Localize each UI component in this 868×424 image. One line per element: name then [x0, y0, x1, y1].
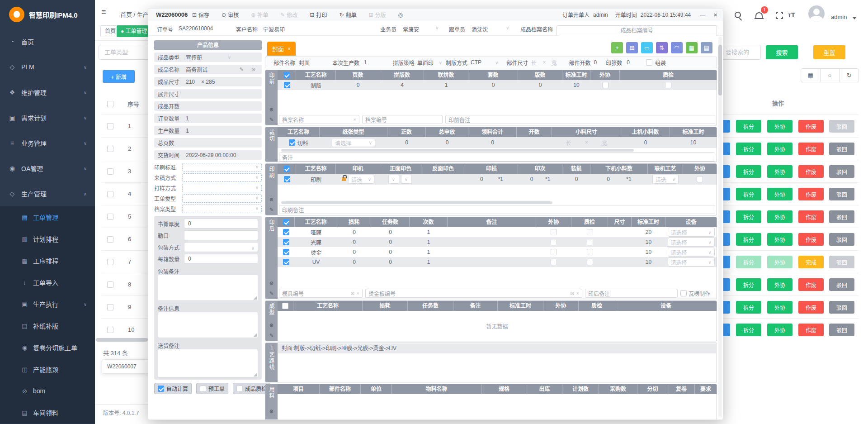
device-select[interactable]: 请选择∨	[668, 228, 715, 237]
sidebar-item[interactable]: ❖ 维护管理 ∨	[0, 80, 95, 105]
tab-work-order[interactable]: ● 工单管理	[117, 25, 148, 37]
void-or-complete-button[interactable]: 作废	[798, 324, 824, 336]
search-toggle-icon[interactable]: ○	[821, 69, 840, 82]
row-checkbox[interactable]	[107, 236, 113, 243]
outsource-button[interactable]: 外协	[767, 301, 793, 314]
edit-icon[interactable]: ✎	[240, 67, 244, 72]
outsource-button[interactable]: 外协	[767, 278, 793, 291]
sidebar-item[interactable]: ≡ 业务管理 ∨	[0, 130, 95, 156]
tab-close-icon[interactable]: ×	[288, 46, 291, 52]
sidebar-subitem[interactable]: ▣ 生产执行 ∨	[0, 293, 95, 315]
username[interactable]: admin	[831, 14, 847, 20]
hidden-button-fragment[interactable]	[723, 301, 730, 314]
void-or-complete-button[interactable]: 作废	[798, 188, 824, 200]
edit-icon[interactable]: ✎	[269, 117, 274, 123]
postpress-row[interactable]: 烫金 0 0 1 10 请选择∨	[278, 247, 717, 257]
toolbar-icon-button[interactable]: ▤	[701, 42, 712, 53]
search-icon[interactable]	[735, 12, 741, 18]
reject-button[interactable]: 驳回	[829, 324, 854, 336]
split-button[interactable]: 拆分	[736, 165, 761, 178]
modal-header-button[interactable]: ⊟ 打印	[310, 11, 327, 19]
postpress-note-input[interactable]: 印后备注	[585, 289, 678, 298]
modal-header-button[interactable]: ◎	[398, 12, 405, 18]
row-checkbox[interactable]	[107, 168, 113, 175]
row-checkbox[interactable]	[107, 146, 113, 152]
select-box[interactable]	[182, 184, 262, 192]
sidebar-item[interactable]: ◉ OA管理 ∨	[0, 156, 95, 181]
split-button[interactable]: 拆分	[736, 210, 761, 223]
select-all-checkbox[interactable]	[107, 101, 113, 107]
part-tab[interactable]: 封面 ×	[267, 42, 296, 56]
qc-checkbox[interactable]	[587, 239, 593, 245]
follower-select[interactable]: 潘沈沈	[472, 25, 488, 33]
paper-type-select[interactable]: 请选择∨	[332, 138, 375, 147]
row-checkbox[interactable]	[107, 281, 113, 288]
row-checkbox[interactable]	[283, 259, 289, 265]
plate-method-select[interactable]: CTP	[471, 59, 481, 66]
search-button[interactable]: 搜索	[766, 45, 798, 59]
toolbar-icon-button[interactable]: ▭	[641, 42, 653, 53]
edit-icon[interactable]: ✎	[269, 333, 274, 338]
collapse-menu-icon[interactable]: ≡	[101, 7, 106, 17]
row-checkbox[interactable]	[107, 259, 113, 265]
device-select[interactable]: 请选择∨	[668, 238, 715, 247]
row-checkbox[interactable]	[107, 123, 113, 129]
gear-icon[interactable]: ⚙	[269, 107, 274, 113]
reject-button[interactable]: 驳回	[829, 256, 854, 268]
toggle-button[interactable]: 自动计算	[154, 383, 192, 394]
product-info-row[interactable]: 订单数量 1	[154, 114, 262, 123]
row-checkbox[interactable]	[283, 229, 289, 235]
archive-name-input[interactable]: 档案名称×	[279, 115, 359, 124]
gear-icon[interactable]: ⚙	[269, 409, 274, 414]
outsource-button[interactable]: 外协	[767, 324, 793, 336]
route-text[interactable]: 封面:制版->切纸->印刷->哑膜->光膜->烫金->UV	[278, 343, 716, 353]
outsource-button[interactable]: 外协	[767, 210, 793, 223]
product-info-row[interactable]: 成品名称 商务测试 ✎ ⊙	[154, 65, 262, 74]
sidebar-subitem[interactable]: ▥ 计划排程	[0, 228, 95, 250]
assemble-checkbox[interactable]	[646, 59, 652, 66]
hidden-button-fragment[interactable]	[723, 120, 730, 133]
sidebar-subitem[interactable]: ▤ 车间领料	[0, 402, 95, 424]
corrugate-checkbox[interactable]	[680, 290, 687, 296]
outsource-button[interactable]: 外协	[767, 256, 793, 268]
void-or-complete-button[interactable]: 作废	[798, 120, 824, 133]
reject-button[interactable]: 驳回	[829, 143, 854, 155]
void-or-complete-button[interactable]: 作废	[798, 301, 824, 314]
table-row[interactable]: 9	[102, 295, 148, 318]
gear-icon[interactable]: ⚙	[269, 323, 274, 329]
toolbar-icon-button[interactable]: ⊞	[626, 42, 638, 53]
spine-input[interactable]: 0	[184, 219, 258, 229]
per-box-input[interactable]: 0	[184, 254, 258, 264]
toolbar-icon-button[interactable]: ⇅	[656, 42, 668, 53]
outsource-button[interactable]: 外协	[767, 143, 793, 155]
horizontal-scrollbar[interactable]	[280, 201, 714, 204]
select-box[interactable]	[182, 205, 262, 213]
mold-no-input[interactable]: 模具编号⊠×	[279, 289, 363, 298]
cutting-row[interactable]: 切料 请选择∨ 0 0 0 长×宽 0 10	[278, 137, 717, 148]
length-placeholder[interactable]: 长	[531, 59, 536, 67]
reject-button[interactable]: 驳回	[829, 188, 854, 200]
printing-note-input[interactable]: 印刷备注	[279, 205, 715, 214]
refresh-icon[interactable]: ↻	[840, 69, 859, 82]
hidden-button-fragment[interactable]	[723, 324, 730, 336]
row-checkbox[interactable]	[107, 214, 113, 220]
row-checkbox[interactable]	[107, 304, 113, 310]
table-row[interactable]: 1	[102, 114, 148, 137]
modal-scrollbar[interactable]	[718, 37, 722, 418]
table-row[interactable]: 6	[102, 228, 148, 250]
row-checkbox[interactable]	[107, 191, 113, 197]
header-checkbox[interactable]	[283, 72, 290, 78]
toggle-checkbox[interactable]	[158, 386, 164, 392]
reject-button[interactable]: 驳回	[829, 210, 854, 223]
sidebar-item[interactable]: ▣ 需求计划 ∨	[0, 105, 95, 130]
press-select[interactable]: 请选∨	[348, 175, 374, 184]
font-size-icon[interactable]: TT	[788, 11, 795, 19]
outsource-checkbox[interactable]	[551, 259, 557, 265]
header-checkbox[interactable]	[283, 219, 289, 225]
outsource-checkbox[interactable]	[697, 176, 703, 182]
reject-button[interactable]: 驳回	[829, 301, 854, 314]
close-icon[interactable]: ×	[713, 11, 717, 19]
split-button[interactable]: 拆分	[736, 256, 761, 268]
edit-icon[interactable]: ✎	[269, 291, 274, 296]
scrollbar-thumb[interactable]	[718, 45, 722, 95]
